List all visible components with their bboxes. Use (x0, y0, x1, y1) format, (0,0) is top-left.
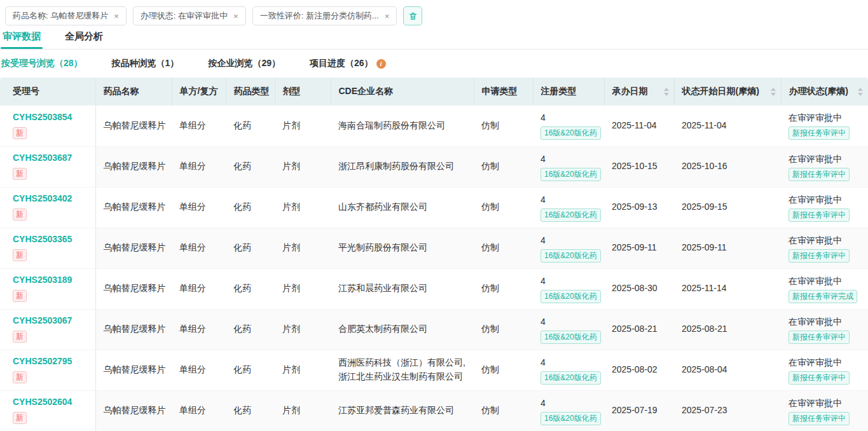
review-data-table: 受理号 药品名称 单方/复方 药品类型 剂型 CDE企业名称 申请类型 注册类型… (0, 78, 868, 431)
accept-date-cell: 2025-11-04 (604, 106, 674, 146)
trash-icon (408, 11, 418, 21)
sort-icon[interactable] (767, 88, 776, 96)
new-badge: 新 (13, 127, 27, 139)
company-cell: 西洲医药科技（浙江）有限公司,浙江北生药业汉生制药有限公司 (331, 350, 474, 390)
processing-status-cell: 在审评审批中 新报任务审评中 (781, 187, 868, 228)
status-tag: 新报任务审评中 (789, 331, 850, 344)
status-text: 在审评审批中 (789, 153, 863, 165)
application-type-cell: 仿制 (474, 309, 533, 350)
tab-global-analysis[interactable]: 全局分析 (65, 28, 103, 49)
acceptance-number-link[interactable]: CYHS2503189 (13, 275, 90, 285)
application-type-cell: 仿制 (474, 228, 533, 268)
filter-tag-drug-name[interactable]: 药品名称: 乌帕替尼缓释片 × (5, 6, 127, 25)
filter-bar: 药品名称: 乌帕替尼缓释片 × 办理状态: 在审评审批中 × 一致性评价: 新注… (0, 0, 868, 28)
subtab-by-acceptance-no[interactable]: 按受理号浏览（28） (1, 58, 83, 69)
sort-icon[interactable] (854, 88, 863, 96)
new-badge: 新 (13, 209, 27, 221)
acceptance-number-link[interactable]: CYHS2503854 (13, 112, 90, 123)
registration-type-value: 4 (541, 275, 599, 287)
status-text: 在审评审批中 (789, 397, 863, 409)
processing-status-cell: 在审评审批中 新报任务审评中 (781, 390, 868, 431)
col-header-application-type: 申请类型 (474, 78, 533, 106)
filter-tag-label: 药品名称: 乌帕替尼缓释片 (13, 10, 108, 22)
acceptance-number-link[interactable]: CYHS2503365 (13, 234, 90, 245)
dosage-form-cell: 片剂 (275, 187, 331, 228)
processing-status-cell: 在审评审批中 新报任务审评中 (781, 228, 868, 268)
new-badge: 新 (13, 371, 27, 383)
drug-name-cell: 乌帕替尼缓释片 (95, 187, 172, 228)
main-tabs: 审评数据 全局分析 (0, 28, 868, 50)
drug-name-cell: 乌帕替尼缓释片 (95, 350, 172, 390)
col-header-accept-date: 承办日期 (604, 78, 674, 106)
composition-cell: 单组分 (172, 309, 226, 350)
filter-tag-consistency[interactable]: 一致性评价: 新注册分类仿制药... × (252, 6, 397, 25)
table-row: CYHS2503067 新 乌帕替尼缓释片 单组分 化药 片剂 合肥英太制药有限… (0, 309, 868, 350)
table-row: CYHS2503687 新 乌帕替尼缓释片 单组分 化药 片剂 浙江昂利康制药股… (0, 146, 868, 187)
drug-type-cell: 化药 (226, 268, 275, 309)
acceptance-number-link[interactable]: CYHS2502604 (13, 397, 90, 407)
acceptance-cell: CYHS2503402 新 (0, 187, 95, 228)
registration-type-value: 4 (541, 153, 599, 165)
subtab-by-company[interactable]: 按企业浏览（29） (208, 58, 280, 69)
registration-tag: 16版&20版化药 (541, 249, 601, 263)
new-badge: 新 (13, 331, 27, 343)
company-cell: 海南合瑞制药股份有限公司 (331, 106, 474, 146)
dosage-form-cell: 片剂 (275, 228, 331, 268)
drug-name-cell: 乌帕替尼缓释片 (95, 146, 172, 187)
status-tag: 新报任务审评中 (789, 127, 850, 140)
application-type-cell: 仿制 (474, 106, 533, 146)
subtab-by-variety[interactable]: 按品种浏览（1） (112, 58, 179, 69)
subtab-project-progress[interactable]: 项目进度（26） i (310, 58, 386, 69)
registration-type-value: 4 (541, 356, 599, 369)
acceptance-number-link[interactable]: CYHS2503067 (13, 315, 90, 326)
processing-status-cell: 在审评审批中 新报任务审评中 (781, 106, 868, 146)
acceptance-number-link[interactable]: CYHS2502795 (13, 356, 90, 367)
dosage-form-cell: 片剂 (275, 309, 331, 350)
registration-type-value: 4 (541, 193, 599, 206)
processing-status-cell: 在审评审批中 新报任务审评完成 (781, 268, 868, 309)
company-cell: 山东齐都药业有限公司 (331, 187, 474, 228)
tab-review-data[interactable]: 审评数据 (3, 28, 41, 49)
acceptance-number-link[interactable]: CYHS2503687 (13, 153, 90, 163)
registration-type-value: 4 (541, 397, 599, 409)
dosage-form-cell: 片剂 (275, 146, 331, 187)
clear-filters-button[interactable] (403, 6, 422, 25)
drug-name-cell: 乌帕替尼缓释片 (95, 106, 172, 146)
status-start-date-cell: 2025-07-23 (674, 390, 781, 431)
application-type-cell: 仿制 (474, 146, 533, 187)
drug-type-cell: 化药 (226, 187, 275, 228)
accept-date-cell: 2025-09-11 (604, 228, 674, 268)
subtab-label: 项目进度（26） (310, 58, 373, 69)
new-badge: 新 (13, 290, 27, 302)
sort-icon[interactable] (660, 88, 669, 96)
application-type-cell: 仿制 (474, 187, 533, 228)
acceptance-cell: CYHS2503687 新 (0, 146, 95, 187)
drug-type-cell: 化药 (226, 146, 275, 187)
close-icon[interactable]: × (114, 12, 119, 20)
registration-type-value: 4 (541, 111, 599, 124)
acceptance-cell: CYHS2502795 新 (0, 350, 95, 390)
close-icon[interactable]: × (385, 12, 390, 20)
registration-tag: 16版&20版化药 (541, 412, 601, 425)
close-icon[interactable]: × (233, 12, 238, 20)
col-header-registration-type: 注册类型 (533, 78, 604, 106)
table-row: CYHS2503365 新 乌帕替尼缓释片 单组分 化药 片剂 平光制药股份有限… (0, 228, 868, 268)
acceptance-number-link[interactable]: CYHS2503402 (13, 193, 90, 204)
new-badge: 新 (13, 249, 27, 261)
new-badge: 新 (13, 168, 27, 180)
info-icon[interactable]: i (376, 59, 386, 69)
col-header-dosage-form: 剂型 (275, 78, 331, 106)
status-start-date-cell: 2025-10-16 (674, 146, 781, 187)
acceptance-cell: CYHS2503854 新 (0, 106, 95, 146)
col-header-status-start-date: 状态开始日期(摩熵) (674, 78, 781, 106)
status-start-date-cell: 2025-09-11 (674, 228, 781, 268)
composition-cell: 单组分 (172, 350, 226, 390)
accept-date-cell: 2025-10-15 (604, 146, 674, 187)
status-tag: 新报任务审评中 (789, 209, 850, 222)
processing-status-cell: 在审评审批中 新报任务审评中 (781, 350, 868, 390)
acceptance-cell: CYHS2503189 新 (0, 268, 95, 309)
company-cell: 合肥英太制药有限公司 (331, 309, 474, 350)
filter-tag-status[interactable]: 办理状态: 在审评审批中 × (133, 6, 246, 25)
table-row: CYHS2503189 新 乌帕替尼缓释片 单组分 化药 片剂 江苏和晨药业有限… (0, 268, 868, 309)
status-text: 在审评审批中 (789, 356, 863, 369)
